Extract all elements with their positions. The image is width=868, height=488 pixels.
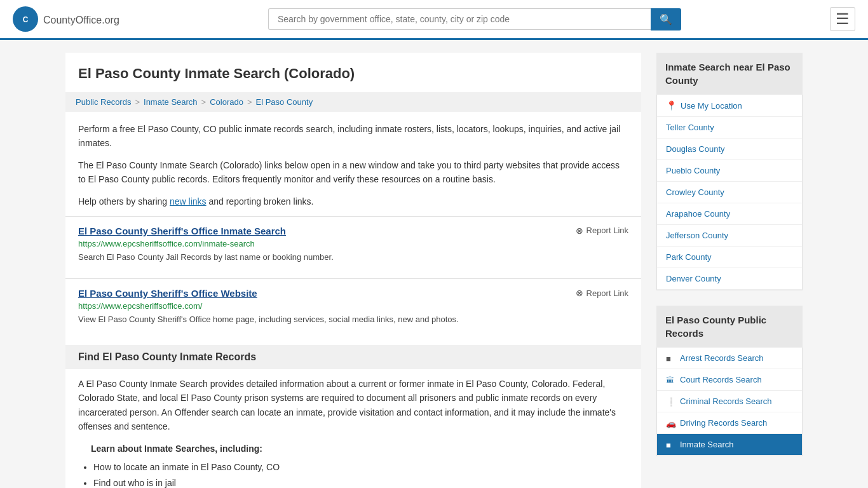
sidebar-public-records-list: ■ Arrest Records Search 🏛 Court Records … (656, 348, 803, 456)
court-records-link[interactable]: 🏛 Court Records Search (657, 369, 802, 390)
sidebar-driving-records[interactable]: 🚗 Driving Records Search (657, 412, 802, 434)
link-card-1: El Paso County Sheriff's Office Inmate S… (65, 216, 641, 273)
denver-county-link[interactable]: Denver County (657, 268, 802, 289)
breadcrumb-el-paso[interactable]: El Paso County (256, 97, 313, 107)
criminal-records-label: Criminal Records Search (680, 396, 772, 406)
sidebar-arrest-records[interactable]: ■ Arrest Records Search (657, 348, 802, 369)
driving-records-label: Driving Records Search (680, 418, 767, 428)
find-section-header: Find El Paso County Inmate Records (65, 345, 641, 369)
svg-text:C: C (23, 15, 29, 24)
breadcrumb-sep2: > (201, 97, 207, 107)
court-records-label: Court Records Search (680, 375, 762, 384)
breadcrumb: Public Records > Inmate Search > Colorad… (65, 92, 641, 112)
report-link-1-label: Report Link (587, 226, 628, 235)
breadcrumb-sep1: > (135, 97, 140, 107)
sidebar-nearby-arapahoe[interactable]: Arapahoe County (657, 203, 802, 225)
sidebar-nearby-list: 📍 Use My Location Teller County Douglas … (656, 95, 803, 290)
driving-records-link[interactable]: 🚗 Driving Records Search (657, 412, 802, 433)
inmate-search-label: Inmate Search (680, 440, 734, 449)
sidebar-nearby-douglas[interactable]: Douglas County (657, 139, 802, 160)
link-card-1-header: El Paso County Sheriff's Office Inmate S… (78, 226, 628, 236)
page-title: El Paso County Inmate Search (Colorado) (65, 53, 641, 82)
link-card-2: El Paso County Sheriff's Office Website … (65, 278, 641, 335)
logo-text: CountyOffice.org (43, 12, 119, 27)
intro-paragraph-1: Perform a free El Paso County, CO public… (65, 122, 641, 151)
sidebar-use-location[interactable]: 📍 Use My Location (657, 95, 802, 117)
breadcrumb-inmate-search[interactable]: Inmate Search (144, 97, 198, 107)
report-icon-2: ⊗ (576, 288, 583, 298)
arrest-icon: ■ (666, 354, 675, 363)
sidebar-nearby-park[interactable]: Park County (657, 247, 802, 268)
breadcrumb-sep3: > (247, 97, 252, 107)
report-icon-1: ⊗ (576, 226, 583, 236)
pueblo-county-link[interactable]: Pueblo County (657, 160, 802, 181)
bullet-list: How to locate an inmate in El Paso Count… (93, 459, 628, 488)
breadcrumb-colorado[interactable]: Colorado (210, 97, 243, 107)
main-content: El Paso County Inmate Search (Colorado) … (65, 53, 641, 488)
intro3-suffix: and reporting broken links. (207, 196, 314, 207)
sidebar-nearby-jefferson[interactable]: Jefferson County (657, 225, 802, 247)
link-card-1-title[interactable]: El Paso County Sheriff's Office Inmate S… (78, 226, 286, 236)
inmate-icon: ■ (666, 440, 675, 449)
site-header: C CountyOffice.org 🔍 ☰ (0, 0, 868, 40)
link-card-2-title[interactable]: El Paso County Sheriff's Office Website (78, 288, 257, 299)
jefferson-county-link[interactable]: Jefferson County (657, 225, 802, 246)
sidebar-court-records[interactable]: 🏛 Court Records Search (657, 369, 802, 391)
learn-label: Learn about Inmate Searches, including: (78, 442, 628, 456)
sidebar: Inmate Search near El Paso County 📍 Use … (656, 53, 803, 488)
driving-icon: 🚗 (666, 419, 675, 428)
arrest-records-label: Arrest Records Search (680, 353, 764, 363)
sidebar-public-records-section: El Paso County Public Records ■ Arrest R… (656, 306, 803, 456)
link-card-2-desc: View El Paso County Sheriff's Office hom… (78, 313, 628, 326)
inmate-search-link[interactable]: ■ Inmate Search (657, 434, 802, 455)
sidebar-nearby-header: Inmate Search near El Paso County (656, 53, 803, 95)
find-section: A El Paso County Inmate Search provides … (65, 369, 641, 488)
bullet-item-1: How to locate an inmate in El Paso Count… (93, 459, 628, 475)
intro-paragraph-2: The El Paso County Inmate Search (Colora… (65, 158, 641, 187)
sidebar-nearby-denver[interactable]: Denver County (657, 268, 802, 290)
intro-paragraph-3: Help others by sharing new links and rep… (65, 194, 641, 208)
sidebar-nearby-crowley[interactable]: Crowley County (657, 182, 802, 203)
report-link-2-label: Report Link (587, 288, 628, 298)
sidebar-nearby-section: Inmate Search near El Paso County 📍 Use … (656, 53, 803, 290)
arapahoe-county-link[interactable]: Arapahoe County (657, 203, 802, 224)
sidebar-nearby-pueblo[interactable]: Pueblo County (657, 160, 802, 182)
link-card-2-url[interactable]: https://www.epcsheriffsoffice.com/ (78, 301, 628, 311)
douglas-county-link[interactable]: Douglas County (657, 139, 802, 159)
criminal-icon: ❕ (666, 397, 675, 406)
link-card-1-url[interactable]: https://www.epcsheriffsoffice.com/inmate… (78, 239, 628, 248)
arrest-records-link[interactable]: ■ Arrest Records Search (657, 348, 802, 369)
link-card-2-header: El Paso County Sheriff's Office Website … (78, 288, 628, 299)
use-location-label: Use My Location (681, 101, 742, 111)
intro3-prefix: Help others by sharing (78, 196, 170, 207)
logo-icon: C (13, 6, 38, 32)
search-bar: 🔍 (268, 8, 681, 30)
menu-button[interactable]: ☰ (830, 7, 855, 31)
link-card-1-desc: Search El Paso County Jail Records by la… (78, 251, 628, 264)
use-location-link[interactable]: 📍 Use My Location (657, 95, 802, 116)
find-text: A El Paso County Inmate Search provides … (78, 369, 628, 442)
bullet-item-2: Find out who is in jail (93, 475, 628, 488)
logo[interactable]: C CountyOffice.org (13, 6, 119, 32)
breadcrumb-public-records[interactable]: Public Records (76, 97, 131, 107)
search-input[interactable] (268, 8, 651, 30)
new-links-link[interactable]: new links (170, 196, 207, 207)
report-link-2[interactable]: ⊗ Report Link (576, 288, 628, 298)
sidebar-public-records-header: El Paso County Public Records (656, 306, 803, 348)
report-link-1[interactable]: ⊗ Report Link (576, 226, 628, 236)
park-county-link[interactable]: Park County (657, 247, 802, 268)
sidebar-criminal-records[interactable]: ❕ Criminal Records Search (657, 391, 802, 412)
sidebar-nearby-teller[interactable]: Teller County (657, 117, 802, 139)
crowley-county-link[interactable]: Crowley County (657, 182, 802, 203)
teller-county-link[interactable]: Teller County (657, 117, 802, 138)
court-icon: 🏛 (666, 376, 675, 384)
criminal-records-link[interactable]: ❕ Criminal Records Search (657, 391, 802, 412)
search-button[interactable]: 🔍 (651, 8, 681, 30)
location-icon: 📍 (666, 100, 677, 111)
page-wrapper: El Paso County Inmate Search (Colorado) … (53, 40, 815, 488)
sidebar-inmate-search[interactable]: ■ Inmate Search (657, 434, 802, 456)
